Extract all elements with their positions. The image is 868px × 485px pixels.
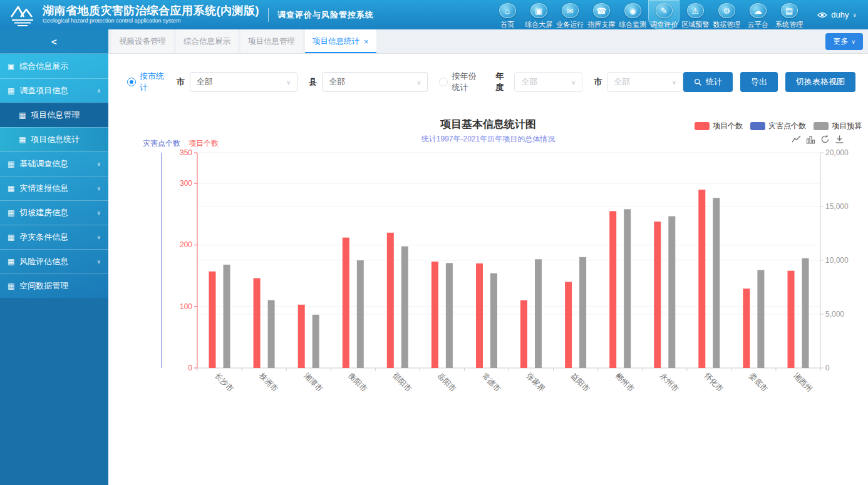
city2-select[interactable]: 全部 ∨ [607, 72, 683, 92]
warning-icon: ⚠ [687, 3, 704, 18]
tab-project-info-stats[interactable]: 项目信息统计× [305, 29, 376, 53]
bar-project-count[interactable] [209, 272, 216, 368]
y-axis-label-right: 15,000 [825, 202, 849, 211]
close-icon[interactable]: × [364, 38, 369, 46]
bar-project-count[interactable] [609, 211, 616, 368]
y-axis-label-right: 10,000 [825, 256, 849, 265]
bar-project-budget[interactable] [802, 258, 809, 368]
chevron-down-icon: ∨ [571, 79, 576, 86]
bar-project-count[interactable] [298, 305, 305, 368]
nav-item-command-support[interactable]: ☎指挥支撑 [586, 0, 617, 29]
x-axis-label: 张家界 [525, 371, 547, 393]
nav-item-system-management[interactable]: ▤系统管理 [773, 0, 805, 29]
sidebar-item-hazard-condition-info[interactable]: ▦孕灾条件信息∨ [0, 225, 108, 249]
sidebar-item-disaster-report-info[interactable]: ▦灾情速报信息∨ [0, 176, 108, 200]
bar-project-count[interactable] [565, 282, 572, 368]
bar-project-count[interactable] [788, 271, 795, 368]
sidebar-item-basic-survey-info[interactable]: ▦基础调查信息∨ [0, 151, 108, 176]
bar-project-budget[interactable] [224, 265, 230, 368]
table-icon: ▦ [8, 282, 14, 290]
sidebar-item-risk-assessment-info[interactable]: ▦风险评估信息∨ [0, 249, 108, 273]
sidebar-item-project-info-stats[interactable]: ▦项目信息统计 [0, 127, 108, 151]
bar-project-count[interactable] [387, 233, 394, 368]
nav-item-big-screen[interactable]: ▣综合大屏 [523, 0, 554, 29]
city-select[interactable]: 全部 ∨ [190, 72, 297, 92]
nav-item-label: 调查评价 [650, 20, 678, 29]
nav-item-monitoring[interactable]: ◉综合监测 [617, 0, 648, 29]
app-title: 湖南省地质灾害防治综合应用系统(内测版) [43, 5, 259, 18]
nav-item-business-run[interactable]: ✉业务运行 [554, 0, 586, 29]
county-select[interactable]: 全部 ∨ [322, 72, 428, 92]
x-axis-label: 岳阳市 [436, 371, 458, 393]
chevron-down-icon: ∨ [672, 79, 676, 86]
bar-project-budget[interactable] [357, 260, 364, 368]
bar-project-budget[interactable] [713, 198, 720, 368]
y-axis-label-left: 300 [180, 179, 192, 188]
export-button-label: 导出 [751, 76, 767, 88]
chart-container: 项目基本信息统计图 统计1997年-2021年历年项目的总体情况 项目个数灾害点… [108, 117, 868, 404]
bar-project-count[interactable] [654, 222, 661, 368]
bar-project-budget[interactable] [401, 247, 408, 368]
logo-block: 湖南省地质灾害防治综合应用系统(内测版) Geological hazard p… [9, 3, 374, 28]
filter-bar: 按市统计 市 全部 ∨ 县 全部 ∨ 按年份统计 [127, 71, 855, 93]
radio-dot-icon [439, 78, 448, 86]
radio-by-year[interactable]: 按年份统计 [439, 71, 484, 93]
x-axis-label: 湘西州 [792, 371, 814, 394]
table-icon: ▦ [8, 86, 14, 95]
bar-project-count[interactable] [698, 190, 705, 368]
nav-item-data-management[interactable]: ⚙数据管理 [711, 0, 742, 29]
nav-item-label: 综合监测 [619, 20, 646, 29]
cloud-icon: ☁ [750, 3, 767, 18]
bar-project-count[interactable] [520, 300, 527, 368]
bar-project-budget[interactable] [446, 263, 453, 368]
sidebar-menu: ▣综合信息展示▦调查项目信息∧▦项目信息管理▦项目信息统计▦基础调查信息∨▦灾情… [0, 54, 108, 298]
tab-project-info-manage[interactable]: 项目信息管理 [240, 29, 302, 53]
nav-item-survey-evaluation[interactable]: ✎调查评价 [648, 0, 679, 29]
chevron-down-icon: ∨ [851, 39, 855, 45]
user-menu[interactable]: duhy ∨ [817, 10, 857, 19]
export-button[interactable]: 导出 [740, 72, 778, 92]
nav-item-cloud-platform[interactable]: ☁云平台 [742, 0, 773, 29]
table-icon: ▦ [8, 233, 14, 242]
sidebar-item-survey-project-info[interactable]: ▦调查项目信息∧ [0, 78, 108, 103]
bar-project-count[interactable] [476, 263, 483, 368]
radio-by-city[interactable]: 按市统计 [127, 71, 165, 93]
toggle-table-view-button[interactable]: 切换表格视图 [785, 72, 855, 92]
table-icon: ▦ [8, 257, 14, 266]
year-select[interactable]: 全部 ∨ [514, 72, 582, 92]
sidebar-item-info-display[interactable]: ▣综合信息展示 [0, 54, 108, 78]
sidebar-item-spatial-data-manage[interactable]: ▦空间数据管理 [0, 273, 108, 298]
sidebar-item-slope-housing-info[interactable]: ▦切坡建房信息∨ [0, 200, 108, 225]
bar-project-count[interactable] [254, 278, 261, 369]
nav-item-region-warning[interactable]: ⚠区域预警 [679, 0, 711, 29]
sidebar-item-project-info-manage[interactable]: ▦项目信息管理 [0, 103, 108, 127]
nav-item-label: 业务运行 [556, 20, 584, 29]
bar-project-budget[interactable] [624, 209, 631, 368]
bar-project-count[interactable] [431, 262, 438, 368]
more-button[interactable]: 更多 ∨ [825, 33, 863, 50]
bar-project-budget[interactable] [268, 300, 275, 368]
tab-info-display[interactable]: 综合信息展示 [176, 29, 238, 53]
chevron-down-icon: ∨ [852, 12, 857, 18]
nav-item-label: 数据管理 [713, 20, 740, 29]
app-header: 湖南省地质灾害防治综合应用系统(内测版) Geological hazard p… [0, 0, 868, 29]
bar-project-budget[interactable] [535, 259, 542, 368]
tab-video-device-manage[interactable]: 视频设备管理 [111, 29, 173, 53]
county-label: 县 [309, 76, 317, 88]
stat-button[interactable]: 统计 [683, 72, 733, 92]
sidebar-collapse-button[interactable]: < [0, 29, 108, 54]
bar-project-budget[interactable] [668, 217, 675, 369]
tab-list: 视频设备管理综合信息展示项目信息管理项目信息统计× [111, 29, 379, 53]
bar-project-budget[interactable] [313, 315, 319, 368]
bar-project-count[interactable] [343, 238, 349, 368]
bar-project-budget[interactable] [579, 257, 586, 368]
bar-project-budget[interactable] [490, 273, 497, 368]
chevron-down-icon: ∨ [286, 79, 291, 86]
x-axis-label: 永州市 [658, 371, 680, 393]
nav-item-home[interactable]: ⌂首页 [492, 0, 523, 29]
command-icon: ☎ [593, 3, 610, 18]
nav-item-label: 指挥支撑 [587, 20, 615, 29]
bar-project-count[interactable] [743, 288, 750, 368]
y-axis-label-left: 200 [180, 240, 192, 249]
bar-project-budget[interactable] [757, 270, 764, 369]
